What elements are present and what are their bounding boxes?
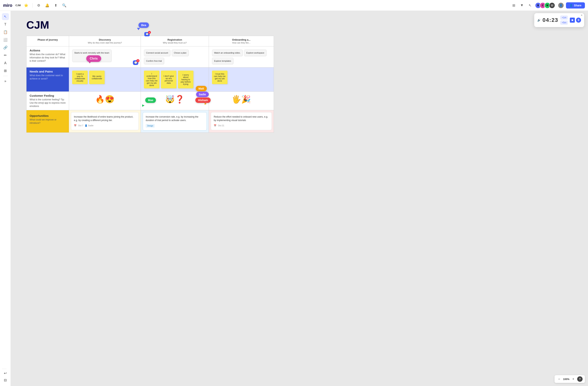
onboarding-opportunity-cell: Reduce the effort needed to onboard new … [209,110,274,133]
opp-card-registration[interactable]: Increase the conversion rate, e.g. by in… [143,112,207,131]
project-name[interactable]: CJM [16,4,21,7]
undo-tool[interactable]: ↩ [2,370,9,377]
timer-control-buttons: ■ ⏸ [570,18,581,23]
discovery-actions: Starts to work remotely with the team [71,48,139,63]
needs-pains-title: Needs and Pains [30,70,66,73]
settings-icon[interactable]: ⚙ [36,2,42,8]
avatar-group: B C M 12 [535,2,555,8]
more-tools[interactable]: » [2,78,9,84]
text-tool-2[interactable]: A [2,60,9,66]
chat-bubble-3[interactable]: 💬 3 [133,60,138,65]
customer-feeling-row: Customer Feeling What is the customer fe… [26,92,274,110]
share-button[interactable]: 👤 Share [566,2,585,8]
registration-stickies: I understand how this can help me get my… [142,69,207,90]
action-card-explore-templates[interactable]: Explore templates [212,58,233,64]
search-icon[interactable]: 🔍 [61,2,67,8]
timer-widget: ✕ 🔊 04:23 +1m +5m ■ ⏸ [534,13,584,27]
phase-of-journey-header: Phase of journey [26,36,69,46]
opp-card-discovery-date-icon: 📅 [74,124,77,127]
opp-card-discovery-assignee: 👤 Sadie [85,124,93,127]
sidebar-bottom: ↩ ⊟ [2,368,9,384]
timer-stop-button[interactable]: ■ [570,18,575,23]
onboarding-label: Onboarding a... [212,38,271,41]
discovery-needs-cell: I want a way to collaborate visually We … [69,67,141,92]
chat-icon: 💬 3 [133,60,138,65]
action-card-connect-social[interactable]: Connect social account [144,49,170,56]
feeling-emoji-registration: 🤯❓ [165,95,185,103]
opportunities-desc: What could we improve or introduce? [30,118,66,125]
share-label: Share [574,4,581,7]
filter-icon[interactable]: ▼ [519,2,525,8]
action-card-confirm-trial[interactable]: Confirm free trial [144,58,164,64]
upload-icon[interactable]: ⬆ [53,2,59,8]
sticky-trust-help[interactable]: I trust this can help me get my job done [212,71,228,84]
connector-tool[interactable]: 🔗 [2,44,9,51]
registration-label: Registration [144,38,206,41]
timer-add-5m[interactable]: +5m [560,20,568,25]
zoom-out-button[interactable]: − [557,377,562,381]
notifications-icon[interactable]: 🔔 [44,2,50,8]
opp-card-onboarding-date: Oct 21 [218,124,224,127]
avatar-count: 12 [549,2,555,8]
onboarding-actions: Watch an onboarding video. Explore works… [210,48,272,66]
frame-tool[interactable]: ⊞ [2,67,9,74]
feeling-emoji-onboarding: 🖐🎉 [231,95,251,103]
opp-card-onboarding[interactable]: Reduce the effort needed to onboard new … [211,112,272,130]
sidebar-separator [3,76,8,76]
opp-card-onboarding-date-icon: 📅 [214,124,216,127]
sticky-tool[interactable]: 📋 [2,29,9,36]
timer-widget-inner: ✕ 🔊 04:23 +1m +5m ■ ⏸ [537,16,581,25]
opp-card-registration-footer: Design [146,124,204,128]
canvas-area[interactable]: CJM Phase of journey Discovery Why do th… [11,11,588,386]
action-card-chose-plan[interactable]: Chose a plan [172,49,189,56]
action-card-watch-video[interactable]: Watch an onboarding video. [212,49,243,56]
cjm-board: CJM Phase of journey Discovery Why do th… [26,19,274,133]
actions-label-cell: Actions What does the customer do? What … [26,46,69,67]
sticky-worry-pay[interactable]: I worry about having to pay before tryin… [178,71,193,88]
select-tool[interactable]: ↖ [2,13,9,20]
sticky-collaborate-visually[interactable]: I want a way to collaborate visually [72,71,88,84]
timer-add-1m[interactable]: +1m [560,16,568,20]
timer-pause-button[interactable]: ⏸ [576,18,581,23]
shape-tool[interactable]: ⬜ [2,36,9,43]
registration-sub: Why would they trust us? [144,41,206,44]
actions-row: Actions What does the customer do? What … [26,46,274,67]
onboarding-feeling-cell: 🖐🎉 [209,92,274,110]
timer-time-controls: +1m +5m [560,16,568,25]
board-title: CJM [26,19,274,31]
sticky-rarely-collaborate[interactable]: We rarely collaborate [89,71,105,84]
zoom-in-button[interactable]: + [571,377,576,381]
favorite-icon[interactable]: ⭐ [23,2,29,8]
actions-title: Actions [30,49,66,52]
board-view-tool[interactable]: ⊟ [2,377,9,384]
customer-feeling-title: Customer Feeling [30,94,66,97]
sticky-understand-help[interactable]: I understand how this can help me get my… [144,71,159,88]
pen-tool[interactable]: ✏ [2,52,9,59]
action-card-remote[interactable]: Starts to work remotely with the team [72,49,111,62]
opp-card-design-tag[interactable]: Design [146,124,155,128]
avatar-self: 👤 [558,2,564,8]
customer-feeling-desc: What is the customer feeling? Tip: Use t… [30,98,66,108]
needs-pains-row: Needs and Pains What does the customer w… [26,67,274,92]
action-card-explore-workspace[interactable]: Explore workspace [244,49,266,56]
pointer-icon[interactable]: ↖ [527,2,533,8]
help-button[interactable]: ? [577,376,583,382]
onboarding-header: Onboarding a... How can they fee... [209,36,274,46]
timer-sound-icon[interactable]: 🔊 [537,19,541,22]
onboarding-actions-cell: Watch an onboarding video. Explore works… [209,46,274,67]
share-icon: 👤 [569,4,573,7]
timer-close-button[interactable]: ✕ [581,14,583,17]
timer-seconds: 23 [551,17,558,23]
zoom-level: 100% [563,378,569,381]
apps-icon[interactable]: ⊞ [511,2,517,8]
text-tool[interactable]: T [2,21,9,28]
hisham-label: Hisham [195,98,211,103]
opp-card-discovery[interactable]: Increase the likelihood of entire teams … [71,112,139,130]
timer-minutes: 04 [543,17,549,23]
sticky-no-personal-data[interactable]: I don't give up any personal data [161,71,176,88]
cursors-group: ▶ Matt ▶ Sadie Hisham [205,98,207,106]
needs-pains-desc: What does the customer want to achieve o… [30,74,66,81]
opp-card-discovery-date: Oct 7 [78,124,83,127]
sadie-cursor-arrow: ▶ [201,99,203,102]
discovery-feeling-cell: 🔥😍 ▶ Mae [69,92,141,110]
